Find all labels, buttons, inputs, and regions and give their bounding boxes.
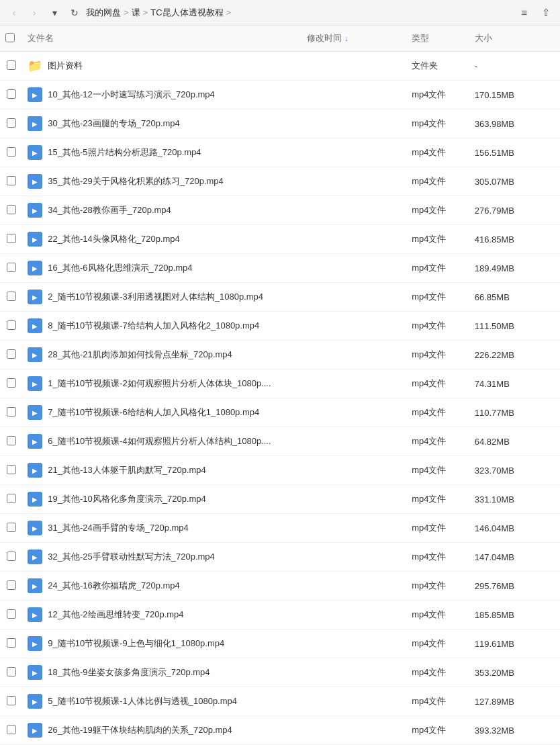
video-icon: ▶ <box>28 636 42 651</box>
video-icon: ▶ <box>28 694 42 709</box>
table-row[interactable]: ▶9_随书10节视频课-9上色与细化1_1080p.mp4mp4文件119.61… <box>0 629 560 658</box>
row-type-cell: mp4文件 <box>406 283 469 312</box>
row-name-cell: ▶26_其他-19躯干体块结构肌肉的关系_720p.mp4 <box>22 716 301 745</box>
row-type-cell: mp4文件 <box>406 543 469 572</box>
refresh-button[interactable]: ↻ <box>66 4 83 21</box>
table-row[interactable]: ▶30_其他-23画腿的专场_720p.mp4mp4文件363.98MB <box>0 109 560 138</box>
row-size-cell: 111.50MB <box>469 312 539 341</box>
row-checkbox-cell <box>0 658 22 687</box>
forward-button[interactable]: › <box>26 4 43 21</box>
row-checkbox-cell <box>0 601 22 629</box>
row-size-cell: 147.04MB <box>469 543 539 572</box>
table-row[interactable]: ▶26_其他-19躯干体块结构肌肉的关系_720p.mp4mp4文件393.32… <box>0 716 560 745</box>
breadcrumb-home[interactable]: 我的网盘 <box>86 7 121 19</box>
row-more-cell <box>539 572 560 601</box>
row-checkbox[interactable] <box>7 407 16 417</box>
toolbar: ‹ › ▾ ↻ 我的网盘 > 课 > TC昆人体透视教程 > ≡ ⇧ <box>0 0 560 26</box>
row-more-cell <box>539 398 560 427</box>
row-mtime-cell <box>301 687 406 716</box>
row-checkbox-cell <box>0 427 22 456</box>
row-checkbox[interactable] <box>7 638 16 648</box>
table-row[interactable]: ▶10_其他-12一小时速写练习演示_720p.mp4mp4文件170.15MB <box>0 81 560 109</box>
table-row[interactable]: ▶28_其他-21肌肉添加如何找骨点坐标_720p.mp4mp4文件226.22… <box>0 341 560 369</box>
breadcrumb-level2[interactable]: TC昆人体透视教程 <box>150 7 223 19</box>
file-name-label: 9_随书10节视频课-9上色与细化1_1080p.mp4 <box>48 638 224 650</box>
breadcrumb-sep-1: > <box>124 7 129 17</box>
table-row[interactable]: ▶2_随书10节视频课-3利用透视图对人体结构_1080p.mp4mp4文件66… <box>0 283 560 312</box>
row-checkbox[interactable] <box>7 349 16 359</box>
row-checkbox[interactable] <box>7 118 16 128</box>
row-checkbox[interactable] <box>7 320 16 330</box>
table-row[interactable]: ▶32_其他-25手臂联动性默写方法_720p.mp4mp4文件147.04MB <box>0 543 560 572</box>
table-row[interactable]: ▶31_其他-24画手臂的专场_720p.mp4mp4文件146.04MB <box>0 514 560 543</box>
table-row[interactable]: ▶18_其他-9坐姿女孩多角度演示_720p.mp4mp4文件353.20MB <box>0 658 560 687</box>
table-row[interactable]: ▶12_其他-2绘画思维转变_720p.mp4mp4文件185.85MB <box>0 601 560 629</box>
table-row[interactable]: ▶16_其他-6风格化思维演示_720p.mp4mp4文件189.49MB <box>0 254 560 283</box>
row-checkbox[interactable] <box>7 465 16 474</box>
row-checkbox[interactable] <box>7 667 16 676</box>
row-checkbox[interactable] <box>7 263 16 272</box>
table-row[interactable]: ▶15_其他-5照片结构分析思路_720p.mp4mp4文件156.51MB <box>0 138 560 167</box>
header-type[interactable]: 类型 <box>406 26 469 52</box>
header-size[interactable]: 大小 <box>469 26 539 52</box>
row-more-cell <box>539 687 560 716</box>
header-name[interactable]: 文件名 <box>22 26 301 52</box>
row-checkbox[interactable] <box>7 89 16 99</box>
file-name-label: 35_其他-29关于风格化积累的练习_720p.mp4 <box>48 175 224 187</box>
select-all-checkbox[interactable] <box>5 33 15 42</box>
row-type-cell: mp4文件 <box>406 138 469 167</box>
table-row[interactable]: ▶6_随书10节视频课-4如何观察照片分析人体结构_1080p....mp4文件… <box>0 427 560 456</box>
video-icon: ▶ <box>28 607 42 622</box>
row-checkbox[interactable] <box>7 147 16 157</box>
table-row[interactable]: ▶22_其他-14头像风格化_720p.mp4mp4文件416.85MB <box>0 225 560 254</box>
row-size-cell: - <box>469 52 539 81</box>
row-type-cell: mp4文件 <box>406 427 469 456</box>
row-checkbox[interactable] <box>7 552 16 561</box>
table-row[interactable]: 📁图片资料文件夹- <box>0 52 560 81</box>
table-row[interactable]: ▶19_其他-10风格化多角度演示_720p.mp4mp4文件331.10MB <box>0 485 560 514</box>
folder-icon: 📁 <box>28 58 42 73</box>
upload-button[interactable]: ⇧ <box>537 4 555 21</box>
table-row[interactable]: ▶1_随书10节视频课-2如何观察照片分析人体体块_1080p....mp4文件… <box>0 369 560 398</box>
table-row[interactable]: ▶21_其他-13人体躯干肌肉默写_720p.mp4mp4文件323.70MB <box>0 456 560 485</box>
row-checkbox[interactable] <box>7 436 16 445</box>
row-mtime-cell <box>301 369 406 398</box>
header-checkbox[interactable] <box>0 26 22 52</box>
table-row[interactable]: ▶35_其他-29关于风格化积累的练习_720p.mp4mp4文件305.07M… <box>0 167 560 196</box>
file-name-label: 12_其他-2绘画思维转变_720p.mp4 <box>48 609 183 621</box>
row-mtime-cell <box>301 225 406 254</box>
table-row[interactable]: ▶8_随书10节视频课-7给结构人加入风格化2_1080p.mp4mp4文件11… <box>0 312 560 341</box>
row-more-cell <box>539 658 560 687</box>
row-more-cell <box>539 283 560 312</box>
row-checkbox[interactable] <box>7 378 16 388</box>
row-type-cell: mp4文件 <box>406 312 469 341</box>
row-checkbox[interactable] <box>7 176 16 185</box>
table-row[interactable]: ▶7_随书10节视频课-6给结构人加入风格化1_1080p.mp4mp4文件11… <box>0 398 560 427</box>
row-checkbox[interactable] <box>7 696 16 705</box>
row-checkbox[interactable] <box>7 523 16 532</box>
row-size-cell: 323.70MB <box>469 456 539 485</box>
video-icon: ▶ <box>28 405 42 420</box>
row-checkbox[interactable] <box>7 494 16 503</box>
table-row[interactable]: ▶34_其他-28教你画手_720p.mp4mp4文件276.79MB <box>0 196 560 225</box>
row-checkbox[interactable] <box>7 205 16 214</box>
row-checkbox-cell <box>0 716 22 745</box>
back-button[interactable]: ‹ <box>5 4 23 21</box>
file-name-label: 30_其他-23画腿的专场_720p.mp4 <box>48 118 180 130</box>
list-view-button[interactable]: ≡ <box>516 4 533 21</box>
row-checkbox[interactable] <box>7 234 16 243</box>
row-checkbox[interactable] <box>7 609 16 619</box>
breadcrumb-level1[interactable]: 课 <box>132 7 140 19</box>
table-row[interactable]: ▶5_随书10节视频课-1人体比例与透视_1080p.mp4mp4文件127.8… <box>0 687 560 716</box>
row-checkbox[interactable] <box>7 292 16 301</box>
row-type-cell: mp4文件 <box>406 398 469 427</box>
row-checkbox[interactable] <box>7 725 16 734</box>
row-checkbox[interactable] <box>7 580 16 590</box>
row-name-cell: ▶30_其他-23画腿的专场_720p.mp4 <box>22 109 301 138</box>
breadcrumb-sep-3: > <box>226 7 232 17</box>
video-icon: ▶ <box>28 174 42 189</box>
row-checkbox[interactable] <box>7 60 16 70</box>
header-mtime[interactable]: 修改时间 ↓ <box>301 26 406 52</box>
dropdown-button[interactable]: ▾ <box>46 4 63 21</box>
table-row[interactable]: ▶24_其他-16教你福瑞虎_720p.mp4mp4文件295.76MB <box>0 572 560 601</box>
